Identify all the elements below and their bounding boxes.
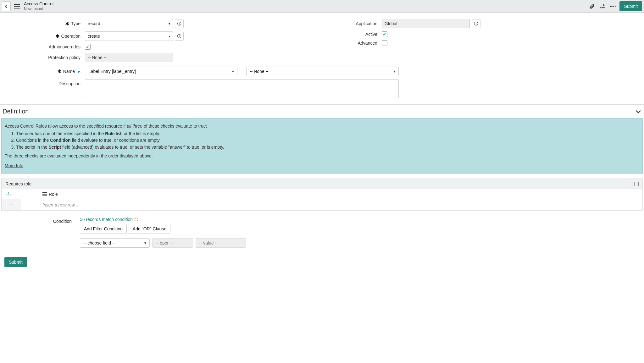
title-block: Access Control New record: [24, 1, 53, 11]
section-definition-header[interactable]: Definition: [0, 104, 644, 118]
attachments-button[interactable]: [587, 2, 596, 11]
label-advanced: Advanced: [358, 41, 377, 46]
add-filter-button[interactable]: Add Filter Condition: [80, 224, 127, 234]
banner-li3a: The script in the: [16, 145, 49, 150]
svg-point-2: [611, 6, 612, 7]
advanced-checkbox[interactable]: ✓: [382, 40, 387, 46]
hamburger-icon: [42, 192, 47, 196]
topbar: Access Control New record Submit: [0, 0, 644, 13]
svg-point-9: [179, 35, 180, 36]
banner-li2c: field evaluate to true, or conditions ar…: [71, 138, 161, 143]
role-column-header[interactable]: Role: [20, 192, 642, 197]
application-info-button[interactable]: [472, 19, 480, 28]
records-match-link[interactable]: 56 records match condition: [80, 217, 138, 222]
banner-li1c: list, or the list is empty.: [115, 131, 160, 136]
operation-select-value: create: [88, 34, 100, 39]
application-field: Global: [382, 19, 470, 28]
sliders-icon: [600, 3, 605, 9]
svg-point-4: [615, 6, 616, 7]
chevron-down-icon: [635, 109, 641, 114]
condition-operator-field: -- oper --: [152, 238, 193, 248]
add-role-row-button[interactable]: [2, 199, 20, 210]
svg-rect-7: [179, 23, 179, 25]
more-horizontal-icon: [610, 5, 616, 7]
caret-down-icon: ▼: [393, 70, 396, 73]
info-icon: [177, 34, 181, 38]
paperclip-icon: [589, 3, 595, 9]
banner-li2b: Condition: [50, 138, 70, 143]
submit-button-footer[interactable]: Submit: [4, 257, 27, 267]
submit-button-header[interactable]: Submit: [619, 1, 642, 11]
svg-point-1: [601, 7, 602, 8]
role-column-label: Role: [49, 192, 58, 197]
protection-policy-field: -- None --: [85, 53, 173, 62]
label-application: Application: [356, 21, 378, 26]
label-operation: Operation: [61, 34, 80, 39]
banner-li1a: The user has one of the roles specified …: [16, 131, 105, 136]
banner-line1c: of these checks evaluate to true:: [142, 124, 207, 129]
add-or-clause-button[interactable]: Add "OR" Clause: [129, 224, 170, 234]
label-description: Description: [58, 81, 80, 86]
back-button[interactable]: [2, 1, 11, 11]
type-select-value: record: [88, 21, 100, 26]
form-area: ✱Type record▾ ✱Operation create▾ Admin o…: [0, 13, 644, 104]
list-collapse-button[interactable]: −: [634, 182, 639, 186]
type-info-button[interactable]: [175, 19, 184, 28]
svg-point-14: [8, 194, 9, 195]
definition-info-banner: Access Control Rules allow access to the…: [1, 118, 643, 174]
label-type: Type: [71, 21, 80, 26]
label-condition: Condition: [1, 217, 80, 248]
condition-field-picker[interactable]: -- choose field --▼: [80, 238, 150, 248]
requires-role-header: Requires role: [5, 181, 31, 186]
description-textarea[interactable]: [85, 79, 399, 98]
menu-button[interactable]: [13, 2, 21, 11]
more-info-link[interactable]: More Info: [5, 163, 23, 168]
label-active: Active: [365, 32, 377, 37]
chevron-left-icon: [4, 4, 8, 8]
section-definition-title: Definition: [3, 108, 29, 115]
caret-icon: ▾: [169, 35, 170, 38]
refresh-icon: [134, 217, 138, 222]
required-icon: ✱: [57, 69, 61, 74]
caret-down-icon: ▼: [144, 241, 147, 245]
name-table-picker[interactable]: Label Entry [label_entry]▼: [85, 67, 237, 76]
label-name: Name: [63, 69, 75, 74]
svg-point-3: [613, 6, 614, 7]
name-table-value: Label Entry [label_entry]: [88, 69, 136, 74]
svg-rect-13: [476, 23, 476, 25]
condition-value-field: -- value --: [196, 238, 246, 248]
label-admin-overrides: Admin overrides: [49, 44, 80, 49]
reference-arrow-icon[interactable]: ▶: [78, 70, 80, 73]
info-icon: [474, 21, 478, 26]
svg-point-0: [603, 4, 604, 6]
banner-line1a: Access Control Rules allow access to the…: [5, 124, 127, 129]
form-subtitle: New record: [24, 7, 53, 11]
caret-icon: ▾: [169, 22, 170, 25]
hamburger-icon: [14, 4, 20, 8]
info-icon: [177, 21, 181, 26]
requires-role-list: Requires role − Role Insert a new row...: [1, 179, 643, 211]
banner-line1b: all three: [127, 124, 142, 129]
insert-row-placeholder[interactable]: Insert a new row...: [20, 202, 78, 207]
form-col-left: ✱Type record▾ ✱Operation create▾ Admin o…: [35, 19, 313, 65]
admin-overrides-checkbox[interactable]: ✓: [85, 44, 91, 50]
caret-down-icon: ▼: [231, 70, 235, 73]
type-select[interactable]: record▾: [85, 19, 173, 28]
more-actions-button[interactable]: [609, 2, 618, 11]
banner-li2a: Conditions in the: [16, 138, 50, 143]
name-field-value: -- None --: [250, 69, 269, 74]
active-checkbox[interactable]: ✓: [382, 31, 387, 37]
condition-section: Condition 56 records match condition Add…: [0, 211, 644, 254]
personalize-button[interactable]: [598, 2, 607, 11]
operation-select[interactable]: create▾: [85, 31, 173, 41]
list-settings-button[interactable]: [2, 192, 20, 197]
svg-point-6: [179, 23, 180, 23]
records-match-text: 56 records match condition: [80, 217, 133, 222]
protection-policy-value: -- None --: [88, 55, 107, 60]
operation-info-button[interactable]: [175, 32, 184, 41]
name-field-picker[interactable]: -- None --▼: [246, 67, 399, 76]
banner-li3b: Script: [49, 145, 61, 150]
plus-icon: [9, 203, 13, 207]
svg-rect-10: [179, 36, 179, 37]
svg-point-12: [476, 23, 476, 23]
